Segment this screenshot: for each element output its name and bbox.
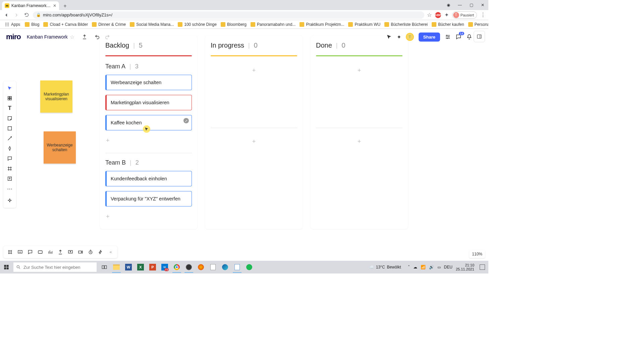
window-close-button[interactable]: ✕: [477, 0, 488, 10]
cursor-mode-icon[interactable]: [386, 34, 392, 40]
comment-tool[interactable]: [5, 154, 15, 164]
zoom-indicator[interactable]: 110%: [469, 250, 485, 258]
kanban-card[interactable]: Kundenfeedback einholen: [105, 171, 192, 186]
bookmark-item[interactable]: 100 schöne Dinge: [176, 21, 219, 28]
presentation-icon[interactable]: [15, 247, 25, 257]
address-bar[interactable]: 🔒 miro.com/app/board/uXjVOf8yZ1s=/: [33, 11, 424, 19]
screenshare-icon[interactable]: [66, 247, 75, 257]
export-icon[interactable]: [82, 34, 87, 40]
comments-panel-icon[interactable]: [25, 247, 35, 257]
sticky-note[interactable]: Marketingplan visualisieren: [40, 80, 72, 113]
bell-icon[interactable]: [466, 34, 472, 40]
bookmark-star-icon[interactable]: ☆: [427, 12, 432, 18]
select-tool[interactable]: [5, 83, 15, 93]
miro-logo[interactable]: miro: [6, 33, 21, 41]
settings-sliders-icon[interactable]: [445, 34, 451, 40]
nav-back-button[interactable]: [3, 11, 10, 19]
extensions-icon[interactable]: ✦: [444, 12, 449, 18]
undo-icon[interactable]: [95, 34, 100, 40]
ai-tool-icon[interactable]: [5, 196, 15, 206]
tab-close-icon[interactable]: ✕: [53, 3, 56, 8]
notepad-taskbar-icon[interactable]: [231, 261, 243, 273]
edge-taskbar-icon[interactable]: [219, 261, 231, 273]
wifi-tray-icon[interactable]: 📶: [421, 265, 426, 269]
window-maximize-button[interactable]: ▢: [466, 0, 477, 10]
kanban-card[interactable]: Verpackung für "XYZ" entwerfen: [105, 191, 192, 206]
templates-tool[interactable]: [5, 93, 15, 103]
start-button[interactable]: [0, 261, 13, 274]
bookmark-item[interactable]: Social Media Mana...: [128, 21, 176, 28]
upload-tool[interactable]: [5, 174, 15, 184]
powerpoint-taskbar-icon[interactable]: P: [147, 261, 158, 273]
volume-tray-icon[interactable]: 🔊: [429, 265, 434, 269]
presence-avatar[interactable]: T: [406, 33, 414, 41]
add-card-button[interactable]: +: [211, 63, 297, 121]
sticky-note[interactable]: Werbeanzeige schalten: [44, 131, 76, 164]
bookmark-item[interactable]: Bloomberg: [219, 21, 249, 28]
abp-extension-icon[interactable]: ABP: [435, 12, 441, 18]
record-icon[interactable]: [76, 247, 85, 257]
miro-canvas[interactable]: Marketingplan visualisierenWerbeanzeige …: [0, 29, 488, 261]
bookmark-item[interactable]: Bücherliste Bücherei: [382, 21, 430, 28]
window-minimize-button[interactable]: —: [454, 0, 466, 10]
spotify-taskbar-icon[interactable]: [244, 261, 255, 273]
tray-overflow-icon[interactable]: ˄: [408, 265, 410, 269]
chrome-taskbar-icon[interactable]: [171, 261, 182, 273]
add-card-button[interactable]: +: [211, 134, 297, 192]
column-header[interactable]: In progress|0: [211, 42, 297, 49]
share-button[interactable]: Share: [419, 33, 440, 42]
chrome-menu-icon[interactable]: ⋮: [480, 12, 486, 18]
board-title[interactable]: Kanban Framework: [27, 34, 68, 40]
column-header[interactable]: Backlog|5: [105, 42, 192, 49]
word-taskbar-icon[interactable]: W: [123, 261, 134, 273]
nav-forward-button[interactable]: [13, 11, 20, 19]
bookmark-item[interactable]: Praktikum Projektm...: [298, 21, 346, 28]
taskbar-search[interactable]: Zur Suche Text hier eingeben: [13, 262, 97, 272]
obs-taskbar-icon[interactable]: [183, 261, 195, 273]
action-center-icon[interactable]: [480, 264, 485, 270]
chart-icon[interactable]: [46, 247, 55, 257]
bookmark-item[interactable]: Cload + Canva Bilder: [41, 21, 90, 28]
apps-shortcut[interactable]: Apps: [3, 21, 22, 28]
activity-panel-toggle[interactable]: [474, 31, 485, 42]
bookmark-item[interactable]: Bücher kaufen: [430, 21, 466, 28]
add-card-button[interactable]: +: [105, 211, 192, 222]
weather-widget[interactable]: ☁️ 13°C Bewölkt: [369, 265, 401, 269]
bookmark-item[interactable]: Panoramabahn und...: [249, 21, 298, 28]
line-tool[interactable]: [5, 133, 15, 143]
shape-tool[interactable]: [5, 123, 15, 133]
card-icon[interactable]: [36, 247, 45, 257]
task-view-icon[interactable]: [99, 261, 110, 273]
excel-taskbar-icon[interactable]: X: [135, 261, 146, 273]
explorer-taskbar-icon[interactable]: [111, 261, 122, 273]
bookmark-item[interactable]: Praktikum WU: [346, 21, 382, 28]
app-taskbar-icon-1[interactable]: [195, 261, 207, 273]
mail-taskbar-icon[interactable]: ✉73: [159, 261, 170, 273]
new-tab-button[interactable]: +: [61, 2, 69, 10]
column-header[interactable]: Done|0: [316, 42, 402, 49]
add-card-button[interactable]: +: [105, 135, 192, 146]
frame-tool[interactable]: [5, 164, 15, 174]
group-header[interactable]: Team B|2: [105, 159, 192, 166]
text-tool[interactable]: T: [5, 103, 15, 113]
onedrive-tray-icon[interactable]: ☁: [413, 265, 417, 269]
frames-panel-icon[interactable]: [5, 247, 15, 257]
timer-icon[interactable]: [86, 247, 95, 257]
browser-tab[interactable]: m Kanban Framework, Online Whit ✕: [2, 1, 59, 10]
favorite-star-icon[interactable]: ☆: [70, 34, 74, 40]
add-card-button[interactable]: +: [316, 134, 402, 192]
kanban-card[interactable]: Marketingplan visualisieren: [105, 95, 192, 110]
export-panel-icon[interactable]: [56, 247, 65, 257]
bookmark-item[interactable]: Blog: [23, 21, 41, 28]
kanban-card[interactable]: Werbeanzeige schalten: [105, 75, 192, 90]
bookmark-item[interactable]: Personal Finance K...: [466, 21, 488, 28]
language-indicator[interactable]: DEU: [444, 265, 452, 269]
app-taskbar-icon-2[interactable]: [207, 261, 219, 273]
bookmark-item[interactable]: Dinner & Crime: [90, 21, 128, 28]
group-header[interactable]: Team A|3: [105, 63, 192, 70]
sticky-note-tool[interactable]: [5, 113, 15, 123]
pen-tool[interactable]: [5, 143, 15, 154]
reactions-icon[interactable]: ✦: [397, 34, 401, 40]
collapse-bottom-icon[interactable]: «: [106, 247, 115, 257]
voting-icon[interactable]: [96, 247, 105, 257]
